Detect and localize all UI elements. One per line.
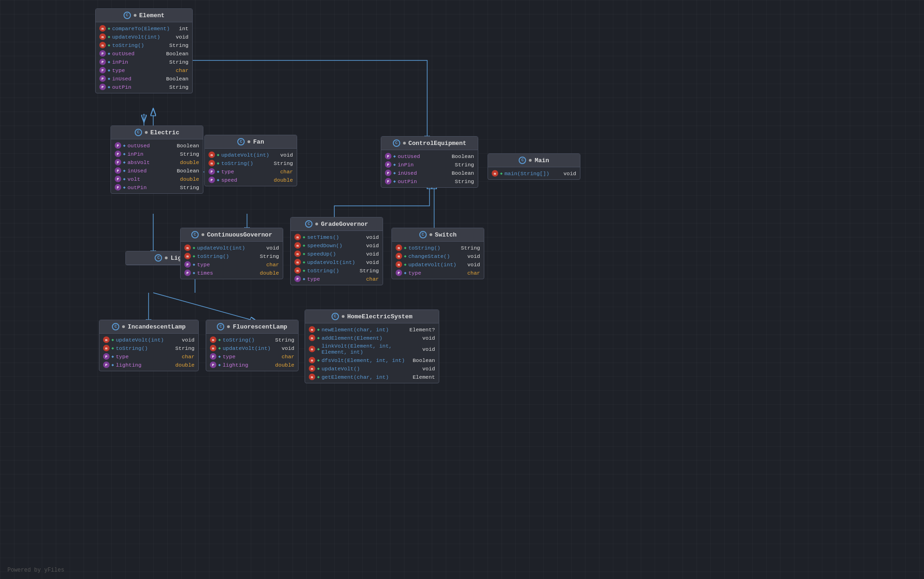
class-incandescentlamp: CIncandescentLampm◆updateVolt(int)voidm◆… bbox=[99, 320, 199, 371]
member-marker: ◆ bbox=[123, 168, 125, 173]
member-marker: ◆ bbox=[404, 254, 406, 259]
class-body-fluorescentlamp: m◆toString()Stringm◆updateVolt(int)voidP… bbox=[206, 334, 298, 371]
method-visibility-icon: m bbox=[294, 250, 301, 257]
class-type-icon: C bbox=[124, 12, 131, 19]
member-marker: ◆ bbox=[108, 34, 110, 39]
class-dot bbox=[403, 142, 406, 145]
member-marker: ◆ bbox=[317, 366, 319, 371]
class-name-label: HomeElectricSystem bbox=[347, 313, 412, 320]
member-row: P◆outUsedBoolean bbox=[96, 49, 192, 58]
member-type: String bbox=[176, 345, 195, 351]
member-row: m◆toString()String bbox=[206, 336, 298, 344]
class-header-element: CElement bbox=[96, 9, 192, 22]
member-name: outUsed bbox=[112, 51, 134, 57]
member-row: m◆toString()String bbox=[96, 41, 192, 49]
field-visibility-icon: P bbox=[99, 50, 106, 57]
class-name-label: GradeGovernor bbox=[321, 221, 368, 228]
member-type: void bbox=[467, 253, 480, 259]
member-type: void bbox=[366, 243, 379, 249]
member-type: char bbox=[281, 354, 294, 360]
member-type: Boolean bbox=[177, 168, 199, 174]
member-name: dfsVolt(Element, int, int) bbox=[321, 357, 404, 363]
member-name: inPin bbox=[112, 59, 128, 65]
member-type: String bbox=[461, 245, 480, 251]
field-visibility-icon: P bbox=[99, 84, 106, 90]
member-name: inPin bbox=[397, 162, 414, 168]
field-visibility-icon: P bbox=[208, 177, 215, 183]
member-type: void bbox=[366, 251, 379, 257]
member-name: speed bbox=[221, 177, 237, 183]
member-marker: ◆ bbox=[193, 270, 195, 276]
member-row: P◆speeddouble bbox=[205, 176, 297, 184]
method-visibility-icon: m bbox=[294, 234, 301, 240]
member-type: void bbox=[281, 345, 294, 351]
diagram-canvas: CElementm◆compareTo(Element)intm◆updateV… bbox=[0, 0, 924, 579]
class-fan: CFanm◆updateVolt(int)voidm◆toString()Str… bbox=[204, 135, 297, 186]
method-visibility-icon: m bbox=[294, 242, 301, 249]
member-marker: ◆ bbox=[123, 160, 125, 165]
member-name: toString() bbox=[307, 268, 339, 274]
member-row: m◆updateVolt(int)void bbox=[96, 33, 192, 41]
member-row: P◆lightingdouble bbox=[206, 361, 298, 369]
member-row: P◆typechar bbox=[206, 352, 298, 361]
member-row: P◆inUsedBoolean bbox=[111, 166, 203, 175]
member-name: outPin bbox=[112, 84, 131, 90]
member-type: Boolean bbox=[166, 76, 189, 82]
member-name: type bbox=[197, 262, 210, 268]
class-header-main: CMain bbox=[488, 154, 580, 167]
method-visibility-icon: m bbox=[103, 345, 110, 351]
method-visibility-icon: m bbox=[208, 160, 215, 166]
class-body-incandescentlamp: m◆updateVolt(int)voidm◆toString()StringP… bbox=[99, 334, 198, 371]
member-marker: ◆ bbox=[217, 178, 219, 183]
class-type-icon: C bbox=[112, 323, 119, 330]
member-type: String bbox=[180, 151, 199, 157]
member-row: P◆voltdouble bbox=[111, 175, 203, 183]
member-row: m◆toString()String bbox=[291, 266, 383, 275]
class-body-fan: m◆updateVolt(int)voidm◆toString()StringP… bbox=[205, 149, 297, 186]
member-marker: ◆ bbox=[193, 245, 195, 250]
class-type-icon: C bbox=[519, 157, 526, 164]
member-type: Boolean bbox=[177, 143, 199, 149]
member-type: String bbox=[455, 178, 474, 184]
member-type: String bbox=[169, 59, 189, 65]
member-name: updateVolt(int) bbox=[307, 259, 355, 265]
member-marker: ◆ bbox=[317, 347, 319, 352]
member-name: absVolt bbox=[127, 159, 150, 165]
class-electric: CElectricP◆outUsedBooleanP◆inPinStringP◆… bbox=[111, 125, 203, 194]
member-marker: ◆ bbox=[193, 262, 195, 267]
member-row: P◆absVoltdouble bbox=[111, 158, 203, 166]
member-marker: ◆ bbox=[108, 85, 110, 90]
member-type: Boolean bbox=[166, 51, 189, 57]
class-continuousgovernor: CContinuousGovernorm◆updateVolt(int)void… bbox=[180, 228, 283, 279]
member-type: char bbox=[280, 169, 293, 175]
method-visibility-icon: m bbox=[99, 33, 106, 40]
member-marker: ◆ bbox=[218, 337, 221, 342]
class-type-icon: C bbox=[393, 139, 400, 147]
member-row: m◆linkVolt(Element, int, Element, int)vo… bbox=[305, 342, 439, 356]
member-marker: ◆ bbox=[393, 179, 396, 184]
class-type-icon: C bbox=[305, 220, 312, 228]
member-name: type bbox=[112, 67, 125, 73]
member-row: m◆toString()String bbox=[181, 252, 283, 260]
member-name: times bbox=[197, 270, 213, 276]
member-name: updateVolt(int) bbox=[222, 345, 271, 351]
field-visibility-icon: P bbox=[385, 153, 391, 159]
member-marker: ◆ bbox=[218, 346, 221, 351]
member-marker: ◆ bbox=[393, 154, 396, 159]
method-visibility-icon: m bbox=[309, 326, 315, 333]
member-type: void bbox=[182, 337, 195, 343]
member-type: void bbox=[422, 366, 435, 372]
field-visibility-icon: P bbox=[115, 151, 121, 157]
member-type: void bbox=[366, 259, 379, 265]
method-visibility-icon: m bbox=[309, 365, 315, 372]
member-type: Boolean bbox=[452, 170, 474, 176]
method-visibility-icon: m bbox=[103, 336, 110, 343]
member-type: String bbox=[180, 184, 199, 191]
member-marker: ◆ bbox=[123, 177, 125, 182]
member-name: updateVolt(int) bbox=[116, 337, 164, 343]
method-visibility-icon: m bbox=[309, 335, 315, 341]
member-name: outUsed bbox=[127, 143, 150, 149]
class-type-icon: C bbox=[217, 323, 224, 330]
member-marker: ◆ bbox=[303, 251, 305, 257]
member-type: double bbox=[176, 362, 195, 368]
